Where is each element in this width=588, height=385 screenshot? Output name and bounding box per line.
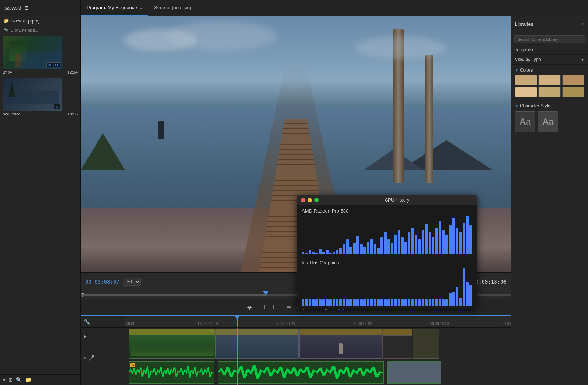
- gpu-card-intel: Intel Iris Graphics: [297, 257, 477, 309]
- ruler-mark-3: 00:00:14:23: [353, 322, 372, 326]
- audio-track: fx fx: [125, 360, 511, 385]
- libraries-panel: Libraries ≡ Search Current Library Templ…: [511, 16, 588, 385]
- timecode-current: 00:00:08:07: [85, 279, 119, 285]
- video-track-label: ▶: [81, 328, 125, 345]
- video-clip-4[interactable]: [382, 329, 412, 359]
- template-section[interactable]: Template: [511, 45, 588, 55]
- playhead-marker: [235, 316, 239, 320]
- timeline-main: :00:00 00:00:04:23 00:00:09:23 00:00:14:…: [125, 316, 511, 385]
- camera-icon: 📷: [4, 28, 9, 32]
- gpu-maximize-btn[interactable]: [314, 198, 319, 202]
- thumb-icons: ⊞: [54, 104, 60, 109]
- media-label-1: .mp4 12:14: [3, 69, 78, 74]
- gpu-panel-titlebar: GPU History: [297, 195, 477, 205]
- tab-source[interactable]: Source: (no clips): [148, 0, 197, 16]
- panel-menu-icon[interactable]: ≡: [581, 21, 584, 28]
- folder-icon: 📁: [4, 18, 9, 24]
- video-clip-1[interactable]: [129, 329, 216, 359]
- track-clips: [129, 328, 507, 360]
- char-style-card-1[interactable]: Aa: [515, 111, 535, 132]
- tab-program-menu[interactable]: ≡: [140, 6, 142, 10]
- video-track-playhead: [237, 328, 238, 360]
- timeline-playhead[interactable]: [237, 316, 238, 327]
- mark-btn[interactable]: ◈: [246, 302, 253, 312]
- clip-label-bar-4: [383, 329, 412, 335]
- char-styles-section: ▼ Character Styles Aa Aa: [511, 100, 588, 135]
- char-style-card-2[interactable]: Aa: [538, 111, 558, 132]
- color-swatches: [515, 75, 584, 97]
- chevron-down-icon: ▼: [581, 58, 584, 62]
- gpu-name-amd: AMD Radeon Pro 580: [302, 208, 472, 214]
- gpu-chart-intel: [302, 268, 472, 306]
- media-item[interactable]: ▦ ▶▶ .mp4 12:14: [0, 34, 80, 76]
- ruler-mark-2: 00:00:09:23: [276, 322, 295, 326]
- in-point-btn[interactable]: ⊣: [258, 302, 266, 312]
- color-swatch-4[interactable]: [515, 87, 537, 97]
- timecode-total: 00:00:18:06: [472, 279, 506, 285]
- video-clip-2[interactable]: [216, 329, 299, 359]
- scrubber-thumb[interactable]: [263, 291, 268, 296]
- tab-program[interactable]: Program: My Sequence ≡: [81, 0, 148, 16]
- collapse-colors-icon[interactable]: ▼: [515, 68, 519, 72]
- gpu-card-amd: AMD Radeon Pro 580: [297, 205, 477, 257]
- audio-track-label: S 🎤: [81, 345, 125, 370]
- color-swatch-6[interactable]: [562, 87, 584, 97]
- scrubber-progress: [81, 294, 266, 296]
- wrench-timeline-icon[interactable]: 🔧: [84, 319, 90, 325]
- go-to-in-btn[interactable]: ⊨: [285, 302, 293, 312]
- panel-title: Libraries: [515, 21, 533, 27]
- gpu-name-intel: Intel Iris Graphics: [302, 260, 472, 265]
- color-swatch-1[interactable]: [515, 75, 537, 85]
- waveform-svg-1: [129, 362, 214, 383]
- hamburger-icon[interactable]: ☰: [24, 5, 29, 11]
- view-by-type-section[interactable]: View by Type ▼: [511, 55, 588, 65]
- gpu-close-btn[interactable]: [301, 198, 305, 202]
- film-icon: ▦: [46, 62, 53, 67]
- media-items-list: ▦ ▶▶ .mp4 12:14 ⊞: [0, 34, 80, 374]
- dropdown-icon[interactable]: ▾: [3, 377, 6, 383]
- video-track: [125, 328, 511, 360]
- color-swatch-5[interactable]: [538, 87, 560, 97]
- char-style-cards: Aa Aa: [515, 111, 584, 132]
- search-icon[interactable]: 🔍: [16, 377, 22, 383]
- audio-clip-1[interactable]: fx: [129, 361, 214, 384]
- color-swatch-2[interactable]: [538, 75, 560, 85]
- video-clip-5[interactable]: [413, 329, 439, 359]
- top-bar: szewski ☰ Program: My Sequence ≡ Source:…: [0, 0, 588, 16]
- timeline-area: 🔧 ▶ S 🎤 :00:00 00:00:04:23 00:00:09:23 0…: [81, 315, 511, 385]
- fit-select[interactable]: Fit: [123, 278, 141, 286]
- out-point-btn[interactable]: ⊢: [272, 302, 280, 312]
- view-by-type: View by Type: [515, 57, 541, 62]
- gpu-panel-title: GPU History: [321, 197, 473, 203]
- mic-icon[interactable]: 🎤: [88, 355, 94, 361]
- project-header: szewski ☰: [0, 0, 81, 16]
- gpu-history-panel: GPU History AMD Radeon Pro 580 Intel Iri…: [297, 195, 477, 309]
- color-swatch-3[interactable]: [562, 75, 584, 85]
- audio-track-playhead: [237, 360, 238, 385]
- audio-clip-2[interactable]: [218, 361, 384, 384]
- clip-label-bar: [129, 329, 215, 335]
- project-file: 📁 szewski.prproj: [0, 16, 80, 26]
- panel-header: Libraries ≡: [511, 16, 588, 32]
- main-layout: 📁 szewski.prproj 📷 1 of 5 items s... ▦ ▶…: [0, 16, 588, 385]
- post-right: [425, 55, 433, 183]
- gpu-minimize-btn[interactable]: [308, 198, 312, 202]
- audio-icon: ▶▶: [54, 62, 60, 67]
- search-box[interactable]: Search Current Library: [514, 35, 585, 43]
- media-thumb-1: ▦ ▶▶: [3, 36, 62, 69]
- collapse-char-styles-icon[interactable]: ▼: [515, 104, 519, 108]
- audio-clip-3[interactable]: fx: [387, 361, 442, 384]
- media-label-2: sequence 18:06: [3, 111, 78, 116]
- media-item[interactable]: ⊞ sequence 18:06: [0, 76, 80, 118]
- colors-header: ▼ Colors: [515, 68, 584, 73]
- gpu-content: AMD Radeon Pro 580 Intel Iris Graphics: [297, 205, 477, 309]
- video-clip-3[interactable]: [299, 329, 383, 359]
- clip-label-bar-3: [300, 329, 382, 335]
- grid-view-icon[interactable]: ⊞: [8, 377, 13, 383]
- thumb-icons: ▦ ▶▶: [46, 62, 60, 67]
- bin-icon[interactable]: ⊢: [34, 377, 39, 383]
- sidebar-toolbar: ▾ ⊞ 🔍 📁 ⊢: [0, 374, 80, 385]
- left-sidebar: 📁 szewski.prproj 📷 1 of 5 items s... ▦ ▶…: [0, 16, 81, 385]
- folder-new-icon[interactable]: 📁: [25, 377, 31, 383]
- fx-badge-1: fx: [130, 363, 135, 367]
